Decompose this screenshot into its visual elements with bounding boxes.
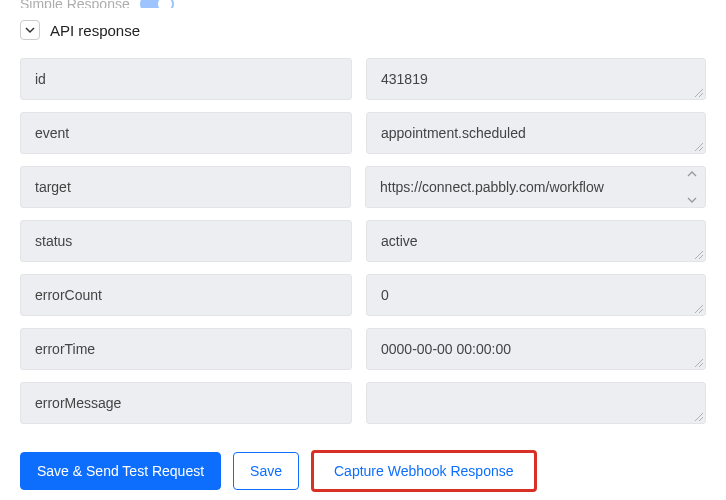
chevron-down-icon bbox=[25, 25, 35, 35]
value-text: https://connect.pabbly.com/workflow bbox=[380, 179, 681, 195]
key-text: errorTime bbox=[35, 341, 95, 357]
key-text: errorMessage bbox=[35, 395, 121, 411]
pair-row: errorTime 0000-00-00 00:00:00 bbox=[20, 328, 706, 370]
value-cell[interactable] bbox=[366, 382, 706, 424]
key-cell[interactable]: errorTime bbox=[20, 328, 352, 370]
value-cell[interactable]: 0000-00-00 00:00:00 bbox=[366, 328, 706, 370]
value-cell[interactable]: 0 bbox=[366, 274, 706, 316]
key-cell[interactable]: target bbox=[20, 166, 351, 208]
simple-response-row: Simple Response bbox=[20, 0, 706, 8]
resize-grip-icon[interactable] bbox=[693, 357, 703, 367]
key-text: errorCount bbox=[35, 287, 102, 303]
value-text: 0 bbox=[381, 287, 683, 303]
key-text: status bbox=[35, 233, 72, 249]
simple-response-toggle[interactable] bbox=[140, 0, 174, 8]
resize-grip-icon[interactable] bbox=[693, 141, 703, 151]
response-pairs: id 431819 event appointment.scheduled ta… bbox=[20, 58, 706, 424]
scroll-up-icon bbox=[687, 170, 697, 178]
key-cell[interactable]: event bbox=[20, 112, 352, 154]
value-cell[interactable]: https://connect.pabbly.com/workflow bbox=[365, 166, 706, 208]
scroll-down-icon bbox=[687, 196, 697, 204]
value-text: appointment.scheduled bbox=[381, 125, 683, 141]
value-text: 431819 bbox=[381, 71, 683, 87]
key-cell[interactable]: errorMessage bbox=[20, 382, 352, 424]
simple-response-label: Simple Response bbox=[20, 0, 130, 8]
value-cell[interactable]: appointment.scheduled bbox=[366, 112, 706, 154]
pair-row: errorMessage bbox=[20, 382, 706, 424]
value-cell[interactable]: active bbox=[366, 220, 706, 262]
section-title: API response bbox=[50, 22, 140, 39]
value-cell[interactable]: 431819 bbox=[366, 58, 706, 100]
save-send-test-button[interactable]: Save & Send Test Request bbox=[20, 452, 221, 490]
scroll-arrows[interactable] bbox=[687, 167, 701, 207]
pair-row: status active bbox=[20, 220, 706, 262]
resize-grip-icon[interactable] bbox=[693, 303, 703, 313]
resize-grip-icon[interactable] bbox=[693, 249, 703, 259]
resize-grip-icon[interactable] bbox=[693, 87, 703, 97]
pair-row: event appointment.scheduled bbox=[20, 112, 706, 154]
collapse-toggle[interactable] bbox=[20, 20, 40, 40]
key-text: target bbox=[35, 179, 71, 195]
capture-webhook-response-button[interactable]: Capture Webhook Response bbox=[311, 450, 537, 492]
key-cell[interactable]: errorCount bbox=[20, 274, 352, 316]
key-text: id bbox=[35, 71, 46, 87]
pair-row: errorCount 0 bbox=[20, 274, 706, 316]
pair-row: target https://connect.pabbly.com/workfl… bbox=[20, 166, 706, 208]
save-button[interactable]: Save bbox=[233, 452, 299, 490]
key-text: event bbox=[35, 125, 69, 141]
action-buttons: Save & Send Test Request Save Capture We… bbox=[20, 450, 706, 492]
api-response-header: API response bbox=[20, 20, 706, 40]
value-text: 0000-00-00 00:00:00 bbox=[381, 341, 683, 357]
key-cell[interactable]: status bbox=[20, 220, 352, 262]
value-text: active bbox=[381, 233, 683, 249]
key-cell[interactable]: id bbox=[20, 58, 352, 100]
resize-grip-icon[interactable] bbox=[693, 411, 703, 421]
pair-row: id 431819 bbox=[20, 58, 706, 100]
